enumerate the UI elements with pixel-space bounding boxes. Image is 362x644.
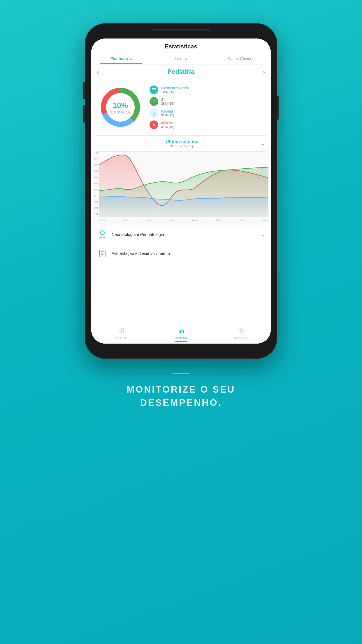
legend-text-sei: Sei 38% (19) xyxy=(161,98,174,105)
bottom-nav: Conteúdo Estatísticas xyxy=(91,325,271,344)
svg-rect-5 xyxy=(152,90,156,90)
side-button-left-top xyxy=(83,82,85,99)
side-button-right xyxy=(277,96,279,120)
legend-title-sei: Sei xyxy=(161,98,174,102)
legend-icon-sei: ✓ xyxy=(150,97,158,106)
tab-flashcards[interactable]: Flashcards xyxy=(91,53,151,64)
legend-text-nasei: Não sei 31% (15) xyxy=(161,121,174,129)
subcategory-name-2: Alimentação e Desenvolvimento xyxy=(112,251,265,256)
y-axis: 1.0 0.9 0.8 0.7 0.6 0.5 0.4 0.3 0.2 0.1 … xyxy=(94,152,99,222)
nav-definicoes[interactable]: Definições xyxy=(211,327,271,342)
legend-nasei: ✕ Não sei 31% (15) xyxy=(150,120,265,129)
donut-chart: 10% 38% 31% 31% xyxy=(97,84,144,131)
svg-rect-6 xyxy=(152,91,154,91)
legend-total: Flashcards Total 10% (50) xyxy=(150,85,265,94)
svg-rect-31 xyxy=(182,329,182,333)
app-title: Estatísticas xyxy=(91,43,271,53)
legend-val-repetir: 31% (15) xyxy=(161,113,174,117)
period-chevron[interactable]: ⌄ xyxy=(261,141,265,146)
svg-rect-32 xyxy=(183,330,184,333)
legend-icon-repetir: ↺ xyxy=(150,109,158,118)
legend-title-repetir: Repetir xyxy=(161,109,174,113)
legend-title-nasei: Não sei xyxy=(161,121,174,125)
footer-divider xyxy=(172,373,190,374)
subcategory-icon-2 xyxy=(97,248,108,259)
tab-bar: Flashcards Leitura Casos Clínicos xyxy=(91,53,271,64)
donut-svg xyxy=(97,84,144,131)
tab-leitura[interactable]: Leitura xyxy=(151,53,211,64)
x-labels: 15/05 16/05 17/05 18/05 19/05 20/05 21/0… xyxy=(99,218,268,222)
nav-estatisticas[interactable]: Estatísticas xyxy=(151,327,211,342)
period-title: Última semana xyxy=(103,139,261,144)
svg-rect-21 xyxy=(99,250,105,257)
svg-rect-26 xyxy=(122,328,124,330)
subcategory-neonatologia[interactable]: Neonatologia e Perinatologia ⌄ xyxy=(91,225,271,244)
subcategory-chevron-1: ⌄ xyxy=(261,232,265,237)
legend-val-sei: 38% (19) xyxy=(161,102,174,105)
nav-icon-definicoes xyxy=(238,327,244,335)
flashcard-icon xyxy=(152,88,156,92)
line-chart-svg xyxy=(99,152,268,217)
footer-slogan: MONITORIZE O SEU DESEMPENHO. xyxy=(127,383,236,409)
stats-section: 10% 38% 31% 31% xyxy=(91,79,271,135)
subcategory-icon-1 xyxy=(97,229,108,240)
nav-label-definicoes: Definições xyxy=(234,336,248,340)
svg-point-19 xyxy=(101,237,102,238)
food-icon xyxy=(97,248,108,259)
subcategory-alimentacao[interactable]: Alimentação e Desenvolvimento xyxy=(91,244,271,263)
nav-label-estatisticas: Estatísticas xyxy=(173,336,188,340)
nav-label-conteudo: Conteúdo xyxy=(115,336,127,340)
svg-point-20 xyxy=(103,237,104,238)
legend-icon-total xyxy=(150,85,158,94)
legend-val-total: 10% (50) xyxy=(161,90,189,94)
legend-text-repetir: Repetir 31% (15) xyxy=(161,109,174,117)
period-center: Última semana 2019-05-15 - hoje xyxy=(103,139,261,148)
legend-list: Flashcards Total 10% (50) ✓ Sei 38% ( xyxy=(150,85,265,129)
svg-rect-29 xyxy=(179,331,180,333)
tab-casos-clinicos[interactable]: Casos Clínicos xyxy=(211,53,271,64)
phone-shell: Estatísticas Flashcards Leitura Casos Cl… xyxy=(85,23,277,359)
app-content: Estatísticas Flashcards Leitura Casos Cl… xyxy=(91,38,271,344)
nav-row: ‹ Pediatria › xyxy=(91,64,271,79)
legend-icon-nasei: ✕ xyxy=(150,120,158,129)
period-date: 2019-05-15 - hoje xyxy=(103,144,261,148)
svg-point-18 xyxy=(100,231,104,235)
svg-rect-4 xyxy=(152,88,156,89)
nav-icon-conteudo xyxy=(118,327,124,335)
chart-wrap: 1.0 0.9 0.8 0.7 0.6 0.5 0.4 0.3 0.2 0.1 … xyxy=(94,152,268,222)
svg-rect-27 xyxy=(119,331,121,333)
phone-screen: Estatísticas Flashcards Leitura Casos Cl… xyxy=(91,38,271,344)
legend-repetir: ↺ Repetir 31% (15) xyxy=(150,109,265,118)
nav-active-bar xyxy=(175,341,187,342)
baby-icon xyxy=(97,229,108,240)
nav-icon-estatisticas xyxy=(178,327,184,335)
svg-rect-28 xyxy=(122,331,124,333)
category-title: Pediatria xyxy=(168,68,195,76)
next-arrow[interactable]: › xyxy=(263,69,265,75)
chart-container: 1.0 0.9 0.8 0.7 0.6 0.5 0.4 0.3 0.2 0.1 … xyxy=(91,152,271,225)
legend-title-total: Flashcards Total xyxy=(161,86,189,90)
footer: MONITORIZE O SEU DESEMPENHO. xyxy=(127,373,236,409)
chart-area: 15/05 16/05 17/05 18/05 19/05 20/05 21/0… xyxy=(99,152,268,222)
subcategory-name-1: Neonatologia e Perinatologia xyxy=(112,232,257,237)
app-scroll[interactable]: ‹ Pediatria › xyxy=(91,64,271,325)
legend-sei: ✓ Sei 38% (19) xyxy=(150,97,265,106)
svg-rect-30 xyxy=(180,330,181,333)
prev-arrow[interactable]: ‹ xyxy=(97,69,99,75)
nav-conteudo[interactable]: Conteúdo xyxy=(91,327,151,342)
svg-rect-25 xyxy=(119,328,121,330)
legend-val-nasei: 31% (15) xyxy=(161,125,174,129)
app-header: Estatísticas Flashcards Leitura Casos Cl… xyxy=(91,38,271,64)
period-section: Última semana 2019-05-15 - hoje ⌄ xyxy=(91,136,271,151)
svg-point-33 xyxy=(240,330,242,332)
legend-text-total: Flashcards Total 10% (50) xyxy=(161,86,189,94)
side-button-left-bottom xyxy=(83,105,85,123)
